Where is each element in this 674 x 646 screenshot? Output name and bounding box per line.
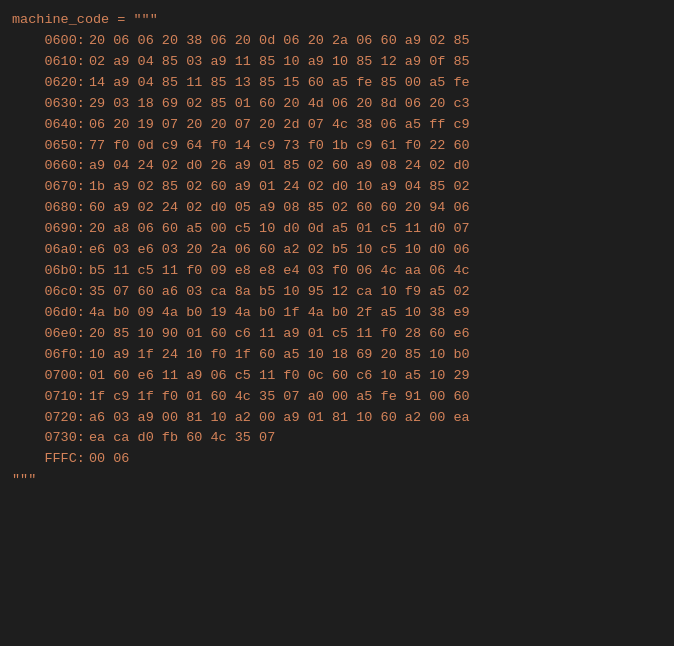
line-19: 0720:a6 03 a9 00 81 10 a2 00 a9 01 81 10… — [12, 410, 470, 425]
addr-3: 0620: — [12, 75, 89, 90]
bytes-12: b5 11 c5 11 f0 09 e8 e8 e4 03 f0 06 4c a… — [89, 263, 470, 278]
addr-13: 06c0: — [12, 284, 89, 299]
addr-6: 0650: — [12, 138, 89, 153]
bytes-16: 10 a9 1f 24 10 f0 1f 60 a5 10 18 69 20 8… — [89, 347, 470, 362]
addr-9: 0680: — [12, 200, 89, 215]
line-21: FFFC:00 06 — [12, 451, 129, 466]
bytes-15: 20 85 10 90 01 60 c6 11 a9 01 c5 11 f0 2… — [89, 326, 470, 341]
line-7: 0660:a9 04 24 02 d0 26 a9 01 85 02 60 a9… — [12, 158, 470, 173]
addr-7: 0660: — [12, 158, 89, 173]
line-9: 0680:60 a9 02 24 02 d0 05 a9 08 85 02 60… — [12, 200, 470, 215]
bytes-14: 4a b0 09 4a b0 19 4a b0 1f 4a b0 2f a5 1… — [89, 305, 470, 320]
line-16: 06f0:10 a9 1f 24 10 f0 1f 60 a5 10 18 69… — [12, 347, 470, 362]
addr-15: 06e0: — [12, 326, 89, 341]
addr-8: 0670: — [12, 179, 89, 194]
addr-1: 0600: — [12, 33, 89, 48]
bytes-1: 20 06 06 20 38 06 20 0d 06 20 2a 06 60 a… — [89, 33, 470, 48]
line-4: 0630:29 03 18 69 02 85 01 60 20 4d 06 20… — [12, 96, 470, 111]
line-5: 0640:06 20 19 07 20 20 07 20 2d 07 4c 38… — [12, 117, 470, 132]
line-3: 0620:14 a9 04 85 11 85 13 85 15 60 a5 fe… — [12, 75, 470, 90]
addr-20: 0730: — [12, 430, 89, 445]
bytes-13: 35 07 60 a6 03 ca 8a b5 10 95 12 ca 10 f… — [89, 284, 470, 299]
bytes-20: ea ca d0 fb 60 4c 35 07 — [89, 430, 275, 445]
bytes-8: 1b a9 02 85 02 60 a9 01 24 02 d0 10 a9 0… — [89, 179, 470, 194]
line-12: 06b0:b5 11 c5 11 f0 09 e8 e8 e4 03 f0 06… — [12, 263, 470, 278]
addr-16: 06f0: — [12, 347, 89, 362]
line-17: 0700:01 60 e6 11 a9 06 c5 11 f0 0c 60 c6… — [12, 368, 470, 383]
bytes-17: 01 60 e6 11 a9 06 c5 11 f0 0c 60 c6 10 a… — [89, 368, 470, 383]
bytes-19: a6 03 a9 00 81 10 a2 00 a9 01 81 10 60 a… — [89, 410, 470, 425]
line-14: 06d0:4a b0 09 4a b0 19 4a b0 1f 4a b0 2f… — [12, 305, 470, 320]
line-8: 0670:1b a9 02 85 02 60 a9 01 24 02 d0 10… — [12, 179, 470, 194]
addr-14: 06d0: — [12, 305, 89, 320]
addr-4: 0630: — [12, 96, 89, 111]
line-13: 06c0:35 07 60 a6 03 ca 8a b5 10 95 12 ca… — [12, 284, 470, 299]
bytes-3: 14 a9 04 85 11 85 13 85 15 60 a5 fe 85 0… — [89, 75, 470, 90]
bytes-21: 00 06 — [89, 451, 130, 466]
line-20: 0730:ea ca d0 fb 60 4c 35 07 — [12, 430, 275, 445]
addr-17: 0700: — [12, 368, 89, 383]
line-2: 0610:02 a9 04 85 03 a9 11 85 10 a9 10 85… — [12, 54, 470, 69]
line-1: 0600:20 06 06 20 38 06 20 0d 06 20 2a 06… — [12, 33, 470, 48]
line-11: 06a0:e6 03 e6 03 20 2a 06 60 a2 02 b5 10… — [12, 242, 470, 257]
addr-5: 0640: — [12, 117, 89, 132]
line-22: """ — [12, 472, 36, 487]
line-6: 0650:77 f0 0d c9 64 f0 14 c9 73 f0 1b c9… — [12, 138, 470, 153]
bytes-9: 60 a9 02 24 02 d0 05 a9 08 85 02 60 60 2… — [89, 200, 470, 215]
addr-18: 0710: — [12, 389, 89, 404]
addr-10: 0690: — [12, 221, 89, 236]
addr-11: 06a0: — [12, 242, 89, 257]
bytes-4: 29 03 18 69 02 85 01 60 20 4d 06 20 8d 0… — [89, 96, 470, 111]
line-18: 0710:1f c9 1f f0 01 60 4c 35 07 a0 00 a5… — [12, 389, 470, 404]
bytes-7: a9 04 24 02 d0 26 a9 01 85 02 60 a9 08 2… — [89, 158, 470, 173]
code-display: machine_code = """ 0600:20 06 06 20 38 0… — [0, 0, 674, 646]
bytes-18: 1f c9 1f f0 01 60 4c 35 07 a0 00 a5 fe 9… — [89, 389, 470, 404]
bytes-5: 06 20 19 07 20 20 07 20 2d 07 4c 38 06 a… — [89, 117, 470, 132]
addr-21: FFFC: — [12, 451, 89, 466]
bytes-6: 77 f0 0d c9 64 f0 14 c9 73 f0 1b c9 61 f… — [89, 138, 470, 153]
bytes-2: 02 a9 04 85 03 a9 11 85 10 a9 10 85 12 a… — [89, 54, 470, 69]
bytes-10: 20 a8 06 60 a5 00 c5 10 d0 0d a5 01 c5 1… — [89, 221, 470, 236]
addr-2: 0610: — [12, 54, 89, 69]
line-0: machine_code = """ — [12, 12, 158, 27]
addr-12: 06b0: — [12, 263, 89, 278]
addr-19: 0720: — [12, 410, 89, 425]
line-15: 06e0:20 85 10 90 01 60 c6 11 a9 01 c5 11… — [12, 326, 470, 341]
bytes-11: e6 03 e6 03 20 2a 06 60 a2 02 b5 10 c5 1… — [89, 242, 470, 257]
line-10: 0690:20 a8 06 60 a5 00 c5 10 d0 0d a5 01… — [12, 221, 470, 236]
